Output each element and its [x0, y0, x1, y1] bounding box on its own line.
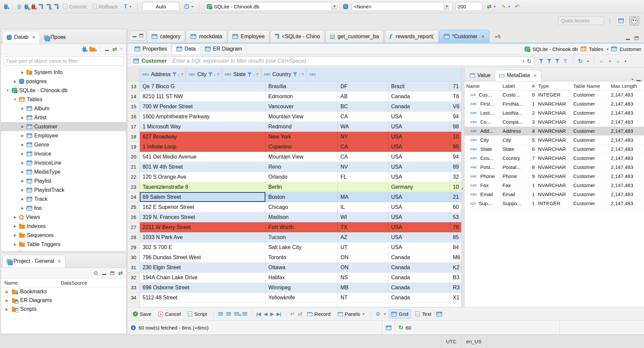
cell-clipped[interactable]: R3 [450, 283, 461, 293]
cell-city[interactable]: Winnipeg [266, 283, 338, 293]
cell-address[interactable]: 1600 Amphitheatre Parkway [140, 112, 266, 122]
script-button[interactable]: Script [186, 310, 209, 318]
expand-all-icon[interactable] [110, 272, 114, 275]
cell-state[interactable]: NS [338, 273, 388, 283]
quick-access-input[interactable]: Quick Access [558, 16, 604, 25]
value-tab[interactable]: Value [466, 70, 495, 81]
expander-arrow-icon[interactable] [20, 161, 24, 165]
connect-icon[interactable] [17, 5, 21, 9]
column-filter-icon[interactable] [293, 72, 297, 76]
refresh-icon[interactable]: ↻ [578, 58, 583, 65]
dropdown-arrow-icon[interactable]: ▼ [331, 3, 337, 10]
table-row[interactable]: 29 302 S 700 E Salt Lake City UT USA 84 [127, 242, 461, 252]
tree-item[interactable]: Genre [1, 140, 126, 149]
expander-arrow-icon[interactable] [20, 197, 24, 201]
cell-state[interactable]: NV [338, 162, 388, 172]
tree-item[interactable]: MediaType [1, 167, 126, 176]
panels-button[interactable]: Panels ▾ [336, 310, 367, 318]
table-row[interactable]: 15 700 W Pender Street Vancouver BC Cana… [127, 102, 461, 112]
table-row[interactable]: 18 627 Broadway New York NY USA 10 [127, 132, 461, 142]
meta-col-ordinal[interactable]: # [530, 83, 536, 89]
minimize-icon[interactable] [626, 37, 630, 40]
text-view-button[interactable]: Text [414, 310, 433, 318]
cell-state[interactable]: AB [338, 92, 388, 102]
tree-item[interactable]: SQLite - Chinook.db [1, 86, 126, 95]
cell-country[interactable]: USA [388, 162, 450, 172]
editor-tab[interactable]: mockdata ✕ [186, 30, 227, 43]
sort-icon[interactable]: ↕ [214, 72, 216, 77]
sort-hint-icon[interactable]: ? [217, 72, 219, 77]
project-tab[interactable]: Project - General ✕ [2, 255, 65, 268]
cell-country[interactable]: Brazil [388, 81, 450, 92]
cell-country[interactable]: Canada [388, 273, 450, 283]
editor-tab[interactable]: category ✕ [147, 30, 185, 43]
cell-address[interactable]: 230 Elgin Street [140, 263, 266, 273]
sync-connection-button[interactable]: ⇄▾ [486, 2, 497, 11]
tree-item[interactable]: Customer [1, 122, 126, 131]
minimize-icon[interactable] [637, 78, 641, 81]
cell-clipped[interactable]: 60 [450, 202, 461, 212]
breadcrumb-entity[interactable]: Customer [620, 46, 641, 52]
cell-clipped[interactable]: 71 [450, 81, 461, 92]
tab-overflow-count[interactable]: »5 [495, 34, 500, 39]
apply-filter-icon[interactable]: ↻ [527, 58, 531, 64]
cell-clipped[interactable]: 84 [450, 242, 461, 252]
sort-hint-icon[interactable]: ? [181, 72, 183, 77]
close-icon[interactable]: ✕ [533, 73, 537, 78]
cell-clipped[interactable]: V6 [450, 102, 461, 112]
project-item[interactable]: ▶ Scripts [1, 305, 126, 313]
meta-col-maxlength[interactable]: Max Length [609, 83, 639, 89]
tree-item[interactable]: Artist [1, 113, 126, 122]
link-editor-icon[interactable]: ⇄ [112, 46, 117, 52]
timezone-indicator[interactable]: UTC [441, 335, 462, 348]
cell-state[interactable]: CA [338, 152, 388, 162]
tree-item[interactable]: Invoice [1, 149, 126, 158]
expander-arrow-icon[interactable] [13, 233, 17, 237]
cell-clipped[interactable]: 94 [450, 112, 461, 122]
cell-address[interactable]: 700 W Pender Street [140, 102, 266, 112]
table-row[interactable]: 33 696 Osborne Street Winnipeg MB Canada… [127, 283, 461, 293]
navigator-tab[interactable]: Проек ✕ [40, 31, 70, 44]
row-number[interactable]: 33 [127, 283, 140, 293]
metadata-row[interactable]: ABC Email Email 1 NVARCHAR Customer 2,14… [465, 190, 644, 199]
undo-icon[interactable]: ↶ [515, 3, 520, 10]
row-number[interactable]: 23 [127, 182, 140, 192]
cell-address[interactable]: 194A Chain Lake Drive [140, 273, 266, 283]
editor-tab[interactable]: rewards_report( ✕ [384, 30, 438, 43]
row-number[interactable]: 29 [127, 242, 140, 252]
column-filter-icon[interactable] [172, 72, 177, 76]
schema-select-combo[interactable]: <None> ▼ [352, 2, 452, 11]
calc-panel-cell[interactable] [382, 321, 395, 335]
filter-save-icon[interactable] [539, 59, 543, 63]
new-connection-icon[interactable] [4, 5, 8, 9]
row-number[interactable]: 24 [127, 192, 140, 202]
close-icon[interactable]: ✕ [32, 35, 36, 40]
cell-clipped[interactable]: 21 [450, 192, 461, 202]
database-select-combo[interactable]: SQLite - Chinook.db ▼ [204, 2, 340, 11]
column-filter-icon[interactable] [248, 72, 252, 76]
cell-state[interactable]: NY [338, 132, 388, 142]
row-number[interactable]: 26 [127, 212, 140, 222]
sort-hint-icon[interactable]: ? [256, 72, 259, 77]
add-layout-icon[interactable] [234, 312, 239, 316]
cell-state[interactable]: IL [338, 202, 388, 212]
tree-item[interactable]: PlaylistTrack [1, 185, 126, 194]
chevron-down-icon[interactable]: ▾ [607, 47, 608, 51]
first-row-icon[interactable]: |◀ [256, 311, 261, 316]
restore-view-icon[interactable] [139, 34, 143, 37]
column-layout-icon[interactable] [226, 312, 231, 316]
cell-state[interactable]: MB [338, 283, 388, 293]
cell-address[interactable]: Qe 7 Bloco G [140, 81, 266, 92]
expander-arrow-icon[interactable] [20, 116, 24, 119]
expander-arrow-icon[interactable]: ▶ [6, 290, 10, 294]
expander-arrow-icon[interactable] [6, 89, 10, 92]
meta-col-name[interactable]: Name [465, 83, 501, 89]
save-button[interactable]: ✓ Save [131, 310, 153, 318]
editor-subtab[interactable]: Data [172, 44, 201, 54]
cell-address[interactable]: 1 Microsoft Way [140, 122, 266, 132]
metadata-row[interactable]: ABC Add... Address 4 NVARCHAR Customer 2… [465, 127, 644, 136]
cell-city[interactable]: Chicago [266, 202, 338, 212]
panel-splitter[interactable]: ◂▸ [461, 68, 465, 307]
chevron-down-icon[interactable]: ▾ [587, 59, 589, 63]
cell-country[interactable]: USA [388, 212, 450, 222]
